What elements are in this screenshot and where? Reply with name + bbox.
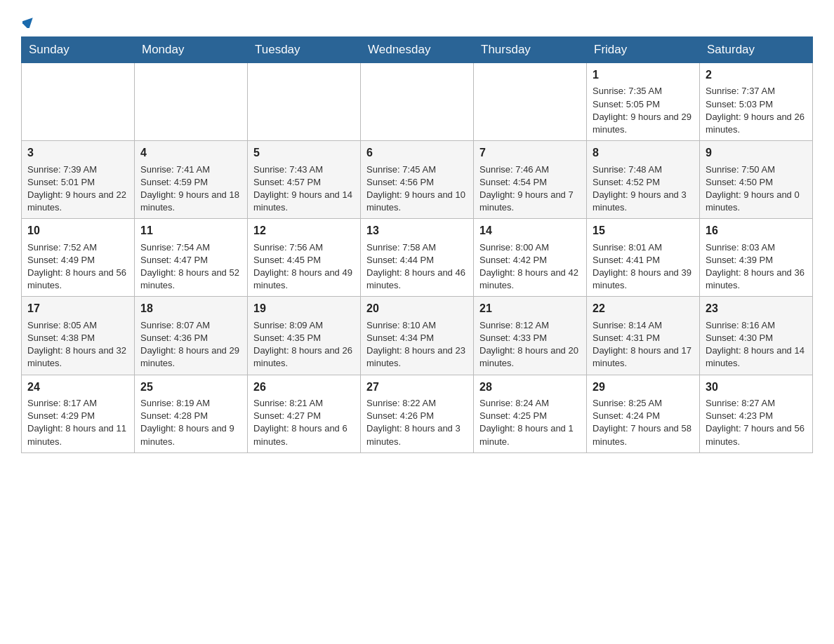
day-number: 29 [593,380,694,395]
day-number: 11 [140,223,241,239]
day-info: Sunrise: 8:10 AMSunset: 4:34 PMDaylight:… [366,319,468,370]
col-thursday: Thursday [474,37,587,63]
day-number: 7 [479,145,581,161]
calendar-cell: 15Sunrise: 8:01 AMSunset: 4:41 PMDayligh… [587,219,700,297]
day-number: 30 [706,380,807,395]
day-number: 6 [366,145,468,161]
day-number: 9 [706,145,807,161]
calendar-table: Sunday Monday Tuesday Wednesday Thursday… [21,36,813,453]
day-number: 27 [366,380,468,395]
calendar-cell: 29Sunrise: 8:25 AMSunset: 4:24 PMDayligh… [587,375,700,452]
calendar-header-row: Sunday Monday Tuesday Wednesday Thursday… [22,37,813,63]
day-info: Sunrise: 8:09 AMSunset: 4:35 PMDaylight:… [253,319,355,370]
day-number: 4 [140,145,241,161]
col-tuesday: Tuesday [248,37,361,63]
calendar-cell: 14Sunrise: 8:00 AMSunset: 4:42 PMDayligh… [474,219,587,297]
day-info: Sunrise: 8:05 AMSunset: 4:38 PMDaylight:… [27,319,128,370]
day-info: Sunrise: 7:48 AMSunset: 4:52 PMDaylight:… [593,163,694,215]
calendar-cell: 6Sunrise: 7:45 AMSunset: 4:56 PMDaylight… [361,141,474,219]
day-info: Sunrise: 8:12 AMSunset: 4:33 PMDaylight:… [479,319,581,370]
day-number: 15 [593,223,694,239]
day-number: 10 [27,223,128,239]
day-number: 26 [253,380,355,395]
day-info: Sunrise: 8:07 AMSunset: 4:36 PMDaylight:… [140,319,241,370]
calendar-cell: 16Sunrise: 8:03 AMSunset: 4:39 PMDayligh… [700,219,813,297]
calendar-cell [22,63,135,141]
day-number: 14 [479,223,581,239]
week-row-5: 24Sunrise: 8:17 AMSunset: 4:29 PMDayligh… [22,375,813,452]
week-row-1: 1Sunrise: 7:35 AMSunset: 5:05 PMDaylight… [22,63,813,141]
day-info: Sunrise: 8:27 AMSunset: 4:23 PMDaylight:… [706,397,807,448]
day-number: 24 [27,380,128,395]
calendar-cell: 7Sunrise: 7:46 AMSunset: 4:54 PMDaylight… [474,141,587,219]
calendar-cell: 4Sunrise: 7:41 AMSunset: 4:59 PMDaylight… [135,141,248,219]
calendar-cell [248,63,361,141]
day-number: 12 [253,223,355,239]
calendar-cell: 24Sunrise: 8:17 AMSunset: 4:29 PMDayligh… [22,375,135,452]
day-number: 21 [479,301,581,316]
day-number: 8 [593,145,694,161]
day-info: Sunrise: 7:58 AMSunset: 4:44 PMDaylight:… [366,241,468,293]
calendar-cell: 18Sunrise: 8:07 AMSunset: 4:36 PMDayligh… [135,297,248,375]
page-header [21,14,813,29]
day-info: Sunrise: 8:25 AMSunset: 4:24 PMDaylight:… [593,397,694,448]
day-info: Sunrise: 8:03 AMSunset: 4:39 PMDaylight:… [706,241,807,293]
col-monday: Monday [135,37,248,63]
calendar-cell [474,63,587,141]
day-number: 2 [706,67,807,83]
day-info: Sunrise: 8:21 AMSunset: 4:27 PMDaylight:… [253,397,355,448]
day-info: Sunrise: 7:45 AMSunset: 4:56 PMDaylight:… [366,163,468,215]
calendar-cell: 1Sunrise: 7:35 AMSunset: 5:05 PMDaylight… [587,63,700,141]
day-info: Sunrise: 7:37 AMSunset: 5:03 PMDaylight:… [706,85,807,136]
day-info: Sunrise: 7:46 AMSunset: 4:54 PMDaylight:… [479,163,581,215]
day-number: 13 [366,223,468,239]
calendar-cell: 22Sunrise: 8:14 AMSunset: 4:31 PMDayligh… [587,297,700,375]
col-saturday: Saturday [700,37,813,63]
logo-triangle-icon [22,14,35,32]
day-number: 16 [706,223,807,239]
day-number: 25 [140,380,241,395]
day-info: Sunrise: 8:24 AMSunset: 4:25 PMDaylight:… [479,397,581,448]
day-number: 18 [140,301,241,316]
day-info: Sunrise: 8:16 AMSunset: 4:30 PMDaylight:… [706,319,807,370]
calendar-cell: 9Sunrise: 7:50 AMSunset: 4:50 PMDaylight… [700,141,813,219]
calendar-cell: 28Sunrise: 8:24 AMSunset: 4:25 PMDayligh… [474,375,587,452]
calendar-cell: 26Sunrise: 8:21 AMSunset: 4:27 PMDayligh… [248,375,361,452]
col-friday: Friday [587,37,700,63]
calendar-cell: 2Sunrise: 7:37 AMSunset: 5:03 PMDaylight… [700,63,813,141]
day-info: Sunrise: 7:56 AMSunset: 4:45 PMDaylight:… [253,241,355,293]
day-info: Sunrise: 7:54 AMSunset: 4:47 PMDaylight:… [140,241,241,293]
calendar-cell: 25Sunrise: 8:19 AMSunset: 4:28 PMDayligh… [135,375,248,452]
week-row-4: 17Sunrise: 8:05 AMSunset: 4:38 PMDayligh… [22,297,813,375]
col-wednesday: Wednesday [361,37,474,63]
day-info: Sunrise: 8:00 AMSunset: 4:42 PMDaylight:… [479,241,581,293]
day-info: Sunrise: 8:22 AMSunset: 4:26 PMDaylight:… [366,397,468,448]
week-row-2: 3Sunrise: 7:39 AMSunset: 5:01 PMDaylight… [22,141,813,219]
calendar-cell: 23Sunrise: 8:16 AMSunset: 4:30 PMDayligh… [700,297,813,375]
svg-marker-0 [22,15,35,28]
calendar-cell: 27Sunrise: 8:22 AMSunset: 4:26 PMDayligh… [361,375,474,452]
day-number: 5 [253,145,355,161]
logo-area [21,14,37,29]
day-number: 20 [366,301,468,316]
day-number: 28 [479,380,581,395]
calendar-cell [361,63,474,141]
day-number: 22 [593,301,694,316]
day-info: Sunrise: 8:19 AMSunset: 4:28 PMDaylight:… [140,397,241,448]
day-number: 1 [593,67,694,83]
day-info: Sunrise: 7:52 AMSunset: 4:49 PMDaylight:… [27,241,128,293]
day-info: Sunrise: 8:01 AMSunset: 4:41 PMDaylight:… [593,241,694,293]
logo [21,14,37,32]
calendar-cell: 19Sunrise: 8:09 AMSunset: 4:35 PMDayligh… [248,297,361,375]
day-info: Sunrise: 7:43 AMSunset: 4:57 PMDaylight:… [253,163,355,215]
col-sunday: Sunday [22,37,135,63]
day-info: Sunrise: 7:50 AMSunset: 4:50 PMDaylight:… [706,163,807,215]
day-info: Sunrise: 8:14 AMSunset: 4:31 PMDaylight:… [593,319,694,370]
calendar-cell: 11Sunrise: 7:54 AMSunset: 4:47 PMDayligh… [135,219,248,297]
calendar-cell: 21Sunrise: 8:12 AMSunset: 4:33 PMDayligh… [474,297,587,375]
day-info: Sunrise: 7:39 AMSunset: 5:01 PMDaylight:… [27,163,128,215]
day-info: Sunrise: 7:41 AMSunset: 4:59 PMDaylight:… [140,163,241,215]
calendar-cell: 12Sunrise: 7:56 AMSunset: 4:45 PMDayligh… [248,219,361,297]
day-info: Sunrise: 7:35 AMSunset: 5:05 PMDaylight:… [593,85,694,136]
calendar-cell: 10Sunrise: 7:52 AMSunset: 4:49 PMDayligh… [22,219,135,297]
